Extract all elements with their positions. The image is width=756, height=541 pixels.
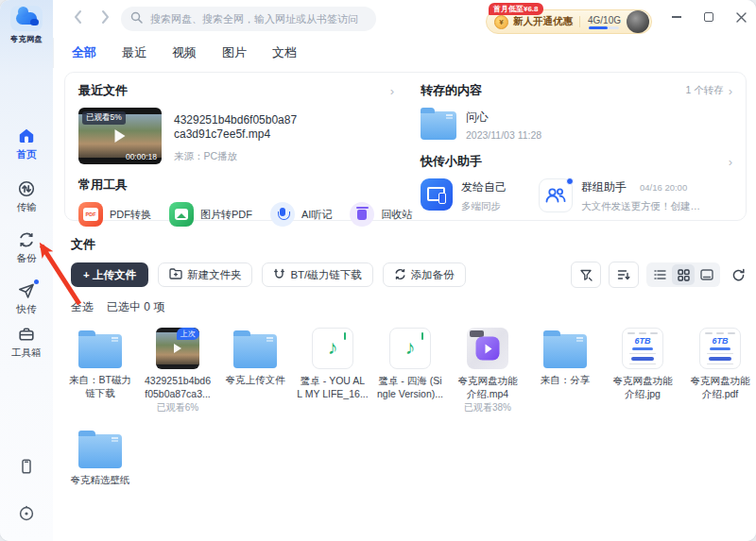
tab-video[interactable]: 视频 (172, 44, 197, 61)
video-thumbnail[interactable]: 已观看5% 00:00:18 (78, 108, 162, 164)
devices-icon (421, 178, 453, 211)
user-avatar[interactable] (627, 10, 649, 33)
common-tools-title: 常用工具 (78, 177, 128, 194)
chevron-right-icon[interactable]: › (390, 85, 394, 97)
chevron-right-icon[interactable]: › (729, 156, 732, 168)
saved-folder-item[interactable]: 问心 2023/11/03 11:28 (421, 108, 732, 141)
transfer-icon (17, 179, 36, 198)
tab-image[interactable]: 图片 (222, 44, 247, 61)
close-button[interactable] (735, 11, 747, 23)
coin-icon: ¥ (494, 15, 508, 29)
file-item-folder-share[interactable]: 来自：分享 (538, 328, 593, 414)
file-item-jpg[interactable]: 6TB 夸克网盘功能 介绍.jpg (615, 328, 670, 414)
forward-icon[interactable] (101, 9, 110, 28)
add-backup-button[interactable]: 添加备份 (383, 262, 466, 287)
settings-gear-icon[interactable] (17, 504, 36, 523)
promo-label: 新人开通优惠 (513, 15, 573, 28)
file-item-video-intro[interactable]: 夸克网盘功能 介绍.mp4 已观看38% (460, 328, 515, 414)
play-icon (174, 344, 181, 353)
new-folder-button[interactable]: 新建文件夹 (158, 262, 253, 287)
file-item-video-cat[interactable]: 上次 4329251b4bd6 f05b0a87ca3... 已观看6% (150, 328, 205, 414)
video-duration: 00:00:18 (126, 152, 157, 161)
file-item-folder-upload[interactable]: 夸克上传文件 (228, 328, 283, 414)
mobile-phone-icon[interactable] (17, 457, 36, 476)
tab-doc[interactable]: 文档 (272, 44, 297, 61)
bt-magnet-download-button[interactable]: BT/磁力链下载 (262, 262, 372, 287)
file-item-audio-2[interactable]: ♪ 鹭卓 - 四海 (Si ngle Version)... (383, 328, 438, 414)
file-item-audio-1[interactable]: ♪ 鹭卓 - YOU AL L MY LIFE_16... (305, 328, 360, 414)
pdf-file-thumbnail: 6TB (699, 328, 741, 369)
file-grid: 来自：BT磁力 链下载 上次 4329251b4bd6 f05b0a87ca3.… (71, 328, 756, 491)
folder-icon (421, 111, 456, 140)
sidebar-item-toolbox[interactable]: 工具箱 (0, 325, 53, 360)
list-view-icon[interactable] (648, 264, 671, 285)
watch-progress: 已观看38% (464, 401, 511, 414)
app-logo[interactable]: 夸克网盘 (0, 0, 53, 44)
refresh-icon[interactable] (728, 264, 748, 285)
file-item-folder-wallpaper[interactable]: 夸克精选壁纸 (73, 428, 128, 487)
backup-icon (17, 230, 36, 249)
send-self-label: 发给自己 (461, 179, 507, 195)
saved-folder-time: 2023/11/03 11:28 (466, 129, 541, 141)
tool-ai-transcribe[interactable]: AI听记 (270, 202, 332, 227)
storage-label: 4G/10G (588, 15, 621, 25)
play-icon (476, 337, 500, 361)
video-thumbnail (467, 328, 508, 369)
recent-file-source: 来源：PC播放 (174, 150, 297, 163)
grid-view-icon[interactable] (672, 264, 695, 285)
recent-video-item[interactable]: 已观看5% 00:00:18 4329251b4bd6f05b0a87 ca3d… (78, 108, 394, 164)
folder-icon (543, 334, 587, 368)
upload-file-button[interactable]: + 上传文件 (71, 262, 148, 287)
sidebar-label-transfer: 传输 (0, 201, 53, 214)
sidebar-item-backup[interactable]: 备份 (0, 230, 53, 265)
saved-folder-name: 问心 (466, 110, 541, 126)
tab-all[interactable]: 全部 (72, 44, 96, 61)
send-to-self-item[interactable]: 发给自己 多端同步 (421, 178, 507, 213)
music-file-icon: ♪ (312, 328, 353, 369)
sync-icon (394, 268, 406, 282)
filter-button[interactable] (571, 262, 601, 288)
sort-button[interactable] (609, 262, 639, 288)
tab-recent[interactable]: 最近 (122, 44, 146, 61)
folder-icon (233, 334, 277, 368)
notification-dot (566, 178, 574, 185)
trash-icon (350, 202, 374, 227)
card-view-icon[interactable] (696, 264, 718, 285)
video-thumbnail: 上次 (156, 328, 199, 369)
app-window: 夸克网盘 首页 传输 备份 快传 (0, 0, 756, 541)
recent-files-title: 最近文件 (78, 82, 128, 99)
group-time: 04/16 20:00 (640, 182, 687, 193)
file-item-folder-bt[interactable]: 来自：BT磁力 链下载 (73, 328, 128, 414)
sidebar-item-quick-transfer[interactable]: 快传 (0, 281, 53, 316)
storage-usage: 4G/10G (588, 15, 621, 29)
search-input[interactable] (148, 12, 367, 25)
recent-file-name: 4329251b4bd6f05b0a87 ca3d91c7ee5f.mp4 (174, 113, 297, 142)
toolbox-icon (17, 325, 36, 344)
chevron-right-icon[interactable]: › (729, 85, 732, 97)
image-to-pdf-icon (169, 202, 194, 227)
notification-dot (34, 279, 39, 284)
back-icon[interactable] (74, 9, 82, 28)
membership-promo[interactable]: 首月低至¥6.8 ¥ 新人开通优惠 4G/10G (486, 9, 652, 34)
folder-icon (78, 434, 122, 468)
magnet-icon (273, 268, 285, 282)
files-title: 文件 (71, 236, 748, 253)
search-box[interactable] (121, 7, 376, 31)
tool-pdf-convert[interactable]: PDF PDF转换 (78, 202, 151, 227)
image-file-thumbnail: 6TB (622, 328, 663, 369)
minimize-button[interactable] (671, 11, 682, 23)
quick-assistant-title: 快传小助手 (421, 153, 482, 170)
group-assistant-item[interactable]: 群组助手 04/16 20:00 大文件发送更方便！创建群组邀请好友进... (539, 178, 706, 213)
tool-image-to-pdf[interactable]: 图片转PDF (169, 202, 252, 227)
sidebar-item-transfer[interactable]: 传输 (0, 179, 53, 214)
tool-recycle-bin[interactable]: 回收站 (350, 202, 412, 227)
folder-icon (78, 334, 122, 368)
sidebar-item-home[interactable]: 首页 (0, 127, 53, 161)
maximize-button[interactable] (703, 11, 714, 23)
sidebar-label-backup: 备份 (0, 252, 53, 265)
main-content: 最近文件 › 已观看5% 00:00:18 4329251b4bd6f05b0a… (53, 68, 756, 541)
watch-progress: 已观看6% (157, 401, 198, 414)
file-item-pdf[interactable]: 6TB 夸克网盘功能 介绍.pdf (693, 328, 747, 414)
group-icon (539, 178, 573, 212)
select-all-button[interactable]: 全选 (71, 299, 94, 315)
